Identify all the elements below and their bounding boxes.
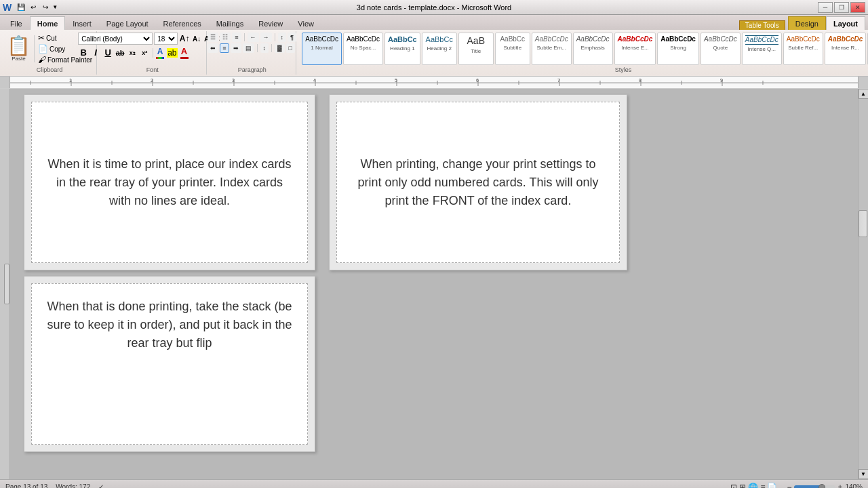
- word-icon: W: [3, 2, 12, 13]
- view-full-screen[interactable]: ⊞: [739, 483, 746, 489]
- bullets-button[interactable]: ☰: [208, 33, 218, 42]
- tab-insert[interactable]: Insert: [65, 16, 99, 30]
- decrease-indent-button[interactable]: ←: [248, 33, 259, 42]
- dropdown-icon[interactable]: ▼: [52, 4, 58, 10]
- style-no-space[interactable]: AaBbCcDc No Spac...: [343, 33, 383, 65]
- style-normal[interactable]: AaBbCcDc 1 Normal: [302, 33, 342, 65]
- svg-text:5: 5: [395, 78, 397, 83]
- style-strong[interactable]: AaBbCcDc Strong: [657, 33, 699, 65]
- style-heading2[interactable]: AaBbCc Heading 2: [422, 33, 457, 65]
- show-hide-button[interactable]: ¶: [288, 33, 296, 42]
- view-draft[interactable]: 📄: [767, 483, 777, 489]
- style-subtle-em[interactable]: AaBbCcDc Subtle Em...: [532, 33, 572, 65]
- svg-text:4: 4: [313, 78, 316, 83]
- style-intense-q[interactable]: AaBbCcDc Intense Q...: [742, 33, 782, 65]
- font-format-row: B I U ab x₂ x² A ab A: [78, 46, 226, 59]
- ruler-svg: 1 2 3 4 5 6 7 8: [10, 77, 858, 88]
- document-title: 3d note cards - template.docx - Microsof…: [357, 3, 511, 12]
- style-h2-preview: AaBbCc: [426, 35, 453, 44]
- v-scroll-thumb-left[interactable]: [4, 264, 9, 304]
- svg-text:8: 8: [639, 78, 642, 83]
- tab-mailings[interactable]: Mailings: [209, 16, 251, 30]
- style-subtle-ref-preview: AaBbCcDc: [787, 35, 820, 43]
- paste-button[interactable]: 📋 Paste: [7, 33, 31, 65]
- group-styles: AaBbCcDc 1 Normal AaBbCcDc No Spac... Aa…: [298, 31, 868, 75]
- title-bar: W 💾 ↩ ↪ ▼ 3d note cards - template.docx …: [0, 0, 868, 15]
- card-row-2: When that is done printing, take the sta…: [24, 276, 844, 452]
- superscript-button[interactable]: x²: [139, 47, 150, 58]
- card-inner-3: When that is done printing, take the sta…: [31, 283, 308, 445]
- ruler: 1 2 3 4 5 6 7 8: [0, 77, 868, 89]
- italic-button[interactable]: I: [90, 47, 101, 58]
- style-emphasis[interactable]: AaBbCcDc Emphasis: [573, 33, 613, 65]
- text-effects-button[interactable]: A: [156, 47, 164, 59]
- align-center-button[interactable]: ≡: [220, 43, 229, 53]
- subscript-button[interactable]: x₂: [127, 47, 138, 58]
- tab-review[interactable]: Review: [251, 16, 290, 30]
- tab-layout[interactable]: Layout: [826, 16, 865, 30]
- card-text-2: When printing, change your print setting…: [351, 155, 606, 210]
- style-subtitle[interactable]: AaBbCc Subtitle: [495, 33, 530, 65]
- redo-quick-btn[interactable]: ↪: [40, 2, 51, 13]
- style-title-label: Title: [471, 48, 481, 54]
- style-quote[interactable]: AaBbCcDc Quote: [701, 33, 741, 65]
- justify-button[interactable]: ▤: [243, 43, 254, 53]
- save-quick-btn[interactable]: 💾: [16, 2, 26, 13]
- style-no-space-preview: AaBbCcDc: [347, 35, 380, 43]
- zoom-out-button[interactable]: −: [787, 483, 791, 489]
- bold-button[interactable]: B: [78, 47, 89, 58]
- ribbon: File Home Insert Page Layout References …: [0, 15, 868, 77]
- align-left-button[interactable]: ⬅: [208, 43, 218, 53]
- numbering-button[interactable]: ☷: [220, 33, 231, 42]
- restore-button[interactable]: ❐: [834, 2, 849, 13]
- tab-file[interactable]: File: [3, 16, 30, 30]
- shrink-font-button[interactable]: A↓: [191, 33, 202, 44]
- scroll-thumb[interactable]: [859, 210, 867, 237]
- scroll-down-button[interactable]: ▼: [859, 469, 869, 479]
- tab-pagelayout[interactable]: Page Layout: [99, 16, 156, 30]
- style-intense-e[interactable]: AaBbCcDc Intense E...: [614, 33, 656, 65]
- view-print-layout[interactable]: ⊡: [730, 483, 737, 489]
- left-margin: [0, 89, 10, 479]
- font-color-button[interactable]: A: [180, 46, 189, 59]
- line-spacing-button[interactable]: ↕: [260, 43, 269, 53]
- card-inner-2: When printing, change your print setting…: [336, 102, 620, 263]
- tab-view[interactable]: View: [290, 16, 321, 30]
- align-right-button[interactable]: ➡: [231, 43, 241, 53]
- font-size-select[interactable]: 18: [154, 33, 178, 45]
- zoom-controls: − + 140%: [787, 483, 863, 489]
- strikethrough-button[interactable]: ab: [115, 47, 125, 58]
- multilevel-button[interactable]: ≡: [232, 33, 241, 42]
- tab-home[interactable]: Home: [30, 16, 66, 30]
- ribbon-tab-bar: File Home Insert Page Layout References …: [0, 15, 868, 30]
- style-normal-preview: AaBbCcDc: [305, 35, 338, 43]
- spell-check-icon[interactable]: ✓: [98, 483, 104, 488]
- svg-text:2: 2: [151, 78, 153, 83]
- close-button[interactable]: ✕: [850, 2, 865, 13]
- quick-access-toolbar: W 💾 ↩ ↪ ▼: [3, 2, 58, 13]
- view-web[interactable]: 🌐: [748, 483, 758, 489]
- card-row-1: When it is time to print, place our inde…: [24, 94, 844, 270]
- zoom-slider[interactable]: [794, 485, 835, 489]
- font-family-select[interactable]: Calibri (Body): [78, 33, 153, 45]
- view-outline[interactable]: ≡: [760, 483, 765, 489]
- style-subtle-ref[interactable]: AaBbCcDc Subtle Ref...: [783, 33, 823, 65]
- grow-font-button[interactable]: A↑: [179, 33, 190, 44]
- paragraph-row1: ☰ ☷ ≡ ← → ↕ ¶: [208, 33, 296, 42]
- style-heading1[interactable]: AaBbCc Heading 1: [384, 33, 420, 65]
- minimize-button[interactable]: ─: [818, 2, 833, 13]
- underline-button[interactable]: U: [102, 47, 113, 58]
- borders-button[interactable]: □: [286, 43, 295, 53]
- scroll-up-button[interactable]: ▲: [859, 89, 869, 99]
- tab-design[interactable]: Design: [788, 16, 826, 30]
- zoom-in-button[interactable]: +: [837, 483, 842, 489]
- shading-button[interactable]: ▓: [275, 43, 285, 53]
- style-title[interactable]: AaB Title: [458, 33, 494, 65]
- tab-references[interactable]: References: [156, 16, 209, 30]
- style-emphasis-preview: AaBbCcDc: [576, 35, 610, 43]
- sort-button[interactable]: ↕: [278, 33, 287, 42]
- increase-indent-button[interactable]: →: [260, 33, 272, 42]
- style-intense-r[interactable]: AaBbCcDc Intense R...: [825, 33, 867, 65]
- text-highlight-button[interactable]: ab: [167, 48, 177, 58]
- undo-quick-btn[interactable]: ↩: [28, 2, 39, 13]
